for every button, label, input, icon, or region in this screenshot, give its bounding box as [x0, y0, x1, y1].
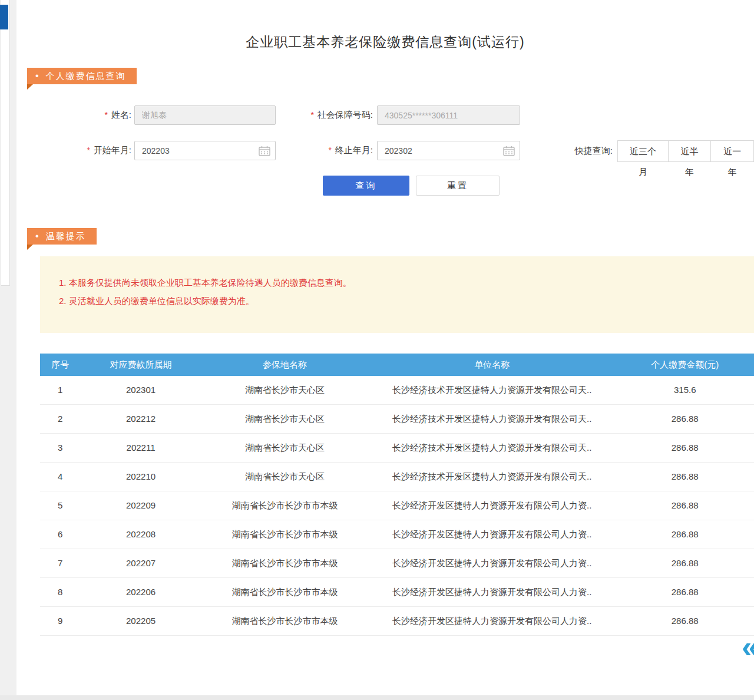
table-row: 4202210湖南省长沙市天心区长沙经济技术开发区捷特人力资源开发有限公司天..… — [40, 463, 754, 491]
name-field-wrap — [134, 105, 276, 125]
table-cell: 286.88 — [616, 607, 754, 635]
table-cell: 7 — [40, 549, 80, 577]
ssn-field[interactable] — [377, 105, 520, 125]
table-row: 9202205湖南省长沙市长沙市市本级长沙经济开发区捷特人力资源开发有限公司人力… — [40, 607, 754, 636]
end-month-label: *终止年月: — [276, 140, 373, 160]
main-card: 企业职工基本养老保险缴费信息查询(试运行) • 个人缴费信息查询 *姓名: *社… — [16, 0, 754, 695]
table-row: 2202212湖南省长沙市天心区长沙经济技术开发区捷特人力资源开发有限公司天..… — [40, 405, 754, 434]
start-month-label: *开始年月: — [64, 140, 131, 160]
table-cell: 286.88 — [616, 549, 754, 577]
results-table: 序号 对应费款所属期 参保地名称 单位名称 个人缴费金额(元) 1202301湖… — [40, 354, 754, 636]
table-row: 3202211湖南省长沙市天心区长沙经济技术开发区捷特人力资源开发有限公司天..… — [40, 434, 754, 463]
query-button[interactable]: 查询 — [323, 176, 409, 196]
notice-line-2: 2. 灵活就业人员的缴费单位信息以实际缴费为准。 — [59, 293, 754, 308]
table-cell: 286.88 — [616, 578, 754, 606]
section-badge-query-label: 个人缴费信息查询 — [46, 71, 126, 82]
table-cell: 湖南省长沙市长沙市市本级 — [201, 578, 368, 606]
table-header-row: 序号 对应费款所属期 参保地名称 单位名称 个人缴费金额(元) — [40, 354, 754, 376]
table-cell: 315.6 — [616, 376, 754, 404]
table-cell: 湖南省长沙市天心区 — [201, 376, 368, 404]
collapse-chevrons-icon[interactable]: « — [742, 632, 754, 662]
table-cell: 湖南省长沙市长沙市市本级 — [201, 549, 368, 577]
quick-last-year-button[interactable]: 近一年 — [710, 140, 754, 162]
table-cell: 286.88 — [616, 434, 754, 462]
table-body: 1202301湖南省长沙市天心区长沙经济技术开发区捷特人力资源开发有限公司天..… — [40, 376, 754, 636]
section-badge-tips: • 温馨提示 — [27, 228, 97, 245]
calendar-icon[interactable] — [259, 146, 270, 156]
required-asterisk: * — [310, 110, 313, 120]
name-field[interactable] — [134, 105, 276, 125]
table-cell: 6 — [40, 520, 80, 549]
table-cell: 202210 — [80, 463, 201, 491]
section-badge-tips-label: 温馨提示 — [46, 231, 86, 242]
name-label: *姓名: — [64, 105, 131, 125]
table-cell: 湖南省长沙市长沙市市本级 — [201, 607, 368, 635]
bullet-icon: • — [35, 231, 39, 242]
sidebar-blue-tab[interactable] — [0, 5, 8, 29]
ssn-field-wrap — [377, 105, 520, 125]
table-cell: 286.88 — [616, 491, 754, 520]
collapsed-sidebar[interactable] — [1, 0, 10, 286]
table-cell: 202206 — [80, 578, 201, 606]
table-cell: 长沙经济开发区捷特人力资源开发有限公司人力资.. — [368, 549, 616, 577]
table-cell: 286.88 — [616, 520, 754, 549]
table-row: 7202207湖南省长沙市长沙市市本级长沙经济开发区捷特人力资源开发有限公司人力… — [40, 549, 754, 578]
table-cell: 长沙经济开发区捷特人力资源开发有限公司人力资.. — [368, 578, 616, 606]
table-cell: 202208 — [80, 520, 201, 549]
table-cell: 湖南省长沙市长沙市市本级 — [201, 520, 368, 549]
table-cell: 长沙经济开发区捷特人力资源开发有限公司人力资.. — [368, 607, 616, 635]
end-month-field-wrap — [377, 141, 520, 160]
quick-query-group: 近三个月 近半年 近一年 — [617, 140, 754, 162]
notice-box: 1. 本服务仅提供尚未领取企业职工基本养老保险待遇人员的缴费信息查询。 2. 灵… — [40, 256, 754, 333]
col-header-unit: 单位名称 — [368, 354, 616, 376]
section-badge-query: • 个人缴费信息查询 — [27, 68, 137, 84]
start-month-field-wrap — [134, 141, 276, 160]
table-cell: 1 — [40, 376, 80, 404]
quick-query-label: 快捷查询: — [564, 140, 613, 161]
table-cell: 长沙经济开发区捷特人力资源开发有限公司人力资.. — [368, 520, 616, 549]
reset-button[interactable]: 重置 — [416, 176, 500, 196]
quick-last-half-year-button[interactable]: 近半年 — [668, 140, 712, 162]
col-header-amount: 个人缴费金额(元) — [616, 354, 754, 376]
table-row: 6202208湖南省长沙市长沙市市本级长沙经济开发区捷特人力资源开发有限公司人力… — [40, 520, 754, 549]
required-asterisk: * — [104, 110, 107, 120]
table-cell: 长沙经济技术开发区捷特人力资源开发有限公司天.. — [368, 405, 616, 433]
table-cell: 2 — [40, 405, 80, 433]
page-title: 企业职工基本养老保险缴费信息查询(试运行) — [16, 33, 754, 51]
notice-line-1: 1. 本服务仅提供尚未领取企业职工基本养老保险待遇人员的缴费信息查询。 — [59, 275, 754, 290]
quick-last-3-months-button[interactable]: 近三个月 — [617, 140, 669, 162]
table-cell: 202301 — [80, 376, 201, 404]
table-cell: 长沙经济技术开发区捷特人力资源开发有限公司天.. — [368, 434, 616, 462]
col-header-no: 序号 — [40, 354, 80, 376]
calendar-icon[interactable] — [503, 146, 515, 156]
table-cell: 长沙经济技术开发区捷特人力资源开发有限公司天.. — [368, 376, 616, 404]
required-asterisk: * — [328, 146, 331, 155]
page: 企业职工基本养老保险缴费信息查询(试运行) • 个人缴费信息查询 *姓名: *社… — [0, 0, 754, 700]
table-cell: 5 — [40, 491, 80, 520]
start-month-field[interactable] — [134, 141, 276, 160]
table-cell: 286.88 — [616, 405, 754, 433]
table-cell: 3 — [40, 434, 80, 462]
col-header-area: 参保地名称 — [201, 354, 368, 376]
table-cell: 202207 — [80, 549, 201, 577]
end-month-field[interactable] — [377, 141, 520, 160]
table-cell: 202209 — [80, 491, 201, 520]
required-asterisk: * — [87, 146, 90, 155]
table-cell: 202211 — [80, 434, 201, 462]
table-cell: 湖南省长沙市天心区 — [201, 405, 368, 433]
bullet-icon: • — [35, 71, 39, 81]
table-cell: 202205 — [80, 607, 201, 635]
table-cell: 长沙经济开发区捷特人力资源开发有限公司人力资.. — [368, 491, 616, 520]
table-cell: 湖南省长沙市天心区 — [201, 463, 368, 491]
bottom-edge-bar — [0, 695, 754, 700]
table-cell: 286.88 — [616, 463, 754, 491]
table-cell: 长沙经济技术开发区捷特人力资源开发有限公司天.. — [368, 463, 616, 491]
table-cell: 4 — [40, 463, 80, 491]
col-header-period: 对应费款所属期 — [80, 354, 201, 376]
table-cell: 9 — [40, 607, 80, 635]
ssn-label: *社会保障号码: — [276, 105, 373, 125]
table-cell: 8 — [40, 578, 80, 606]
table-row: 8202206湖南省长沙市长沙市市本级长沙经济开发区捷特人力资源开发有限公司人力… — [40, 578, 754, 607]
table-cell: 湖南省长沙市天心区 — [201, 434, 368, 462]
table-row: 1202301湖南省长沙市天心区长沙经济技术开发区捷特人力资源开发有限公司天..… — [40, 376, 754, 405]
